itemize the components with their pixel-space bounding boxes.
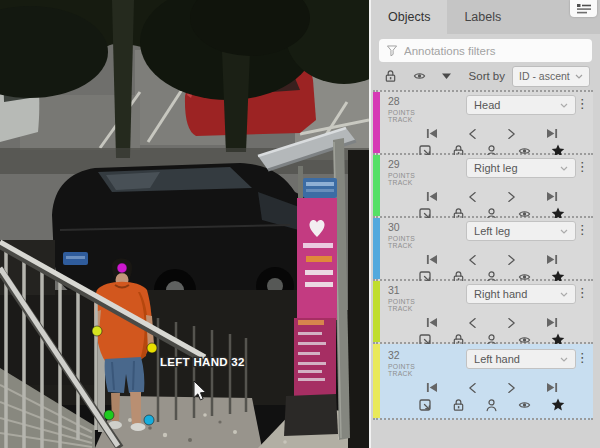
- first-keyframe-button[interactable]: [425, 254, 438, 265]
- chevron-down-icon: [560, 357, 568, 362]
- caret-down-icon: [442, 73, 451, 79]
- previous-keyframe-button[interactable]: [468, 128, 477, 140]
- annotations-filter-input[interactable]: [379, 39, 592, 62]
- object-label-value: Right hand: [474, 288, 527, 300]
- previous-keyframe-button[interactable]: [468, 382, 477, 394]
- annotations-filter-row: [371, 34, 600, 64]
- object-actions-menu[interactable]: ⋮: [576, 349, 589, 364]
- object-id: 28: [388, 96, 438, 108]
- object-actions-menu[interactable]: ⋮: [576, 158, 589, 173]
- tab-labels[interactable]: Labels: [447, 0, 518, 34]
- last-keyframe-button[interactable]: [546, 191, 559, 202]
- object-id: 32: [388, 350, 438, 362]
- object-card-32[interactable]: 32 POINTS TRACK Left hand ⋮: [373, 344, 593, 420]
- next-keyframe-button[interactable]: [507, 254, 516, 266]
- object-id: 29: [388, 159, 438, 171]
- filter-text-field[interactable]: [404, 45, 584, 57]
- collapse-sidebar-button[interactable]: [570, 0, 597, 17]
- object-id-block: 32 POINTS TRACK: [388, 349, 438, 377]
- first-keyframe-button[interactable]: [425, 128, 438, 139]
- object-label-value: Right leg: [474, 162, 517, 174]
- object-card-31[interactable]: 31 POINTS TRACK Right hand ⋮: [373, 281, 593, 344]
- last-keyframe-button[interactable]: [546, 317, 559, 328]
- lock-object-button[interactable]: [452, 398, 465, 412]
- point-right-leg[interactable]: [104, 410, 114, 420]
- track-color-stripe: [373, 344, 380, 418]
- track-color-stripe: [373, 218, 380, 279]
- track-color-stripe: [373, 155, 380, 216]
- previous-keyframe-button[interactable]: [468, 317, 477, 329]
- next-keyframe-button[interactable]: [507, 128, 516, 140]
- object-id-block: 31 POINTS TRACK: [388, 284, 438, 312]
- object-id-block: 30 POINTS TRACK: [388, 221, 438, 249]
- last-keyframe-button[interactable]: [546, 254, 559, 265]
- object-label-value: Left leg: [474, 225, 510, 237]
- object-actions-menu[interactable]: ⋮: [576, 284, 589, 299]
- occluded-toggle-button[interactable]: [485, 398, 498, 412]
- last-keyframe-button[interactable]: [546, 128, 559, 139]
- panel-tabbar: ObjectsLabels: [371, 0, 600, 34]
- point-head[interactable]: [117, 263, 127, 273]
- objects-panel: ObjectsLabels: [371, 0, 600, 448]
- previous-keyframe-button[interactable]: [468, 191, 477, 203]
- object-label-select[interactable]: Left hand: [466, 349, 575, 369]
- object-cards-list: 28 POINTS TRACK Head ⋮: [371, 90, 600, 420]
- sort-by-label: Sort by: [469, 70, 505, 82]
- object-label-select[interactable]: Right hand: [466, 284, 575, 304]
- previous-keyframe-button[interactable]: [468, 254, 477, 266]
- object-id: 31: [388, 285, 438, 297]
- object-card-30[interactable]: 30 POINTS TRACK Left leg ⋮: [373, 218, 593, 281]
- tab-objects[interactable]: Objects: [371, 0, 447, 34]
- track-type-label: POINTS TRACK: [388, 363, 438, 377]
- track-type-label: POINTS TRACK: [388, 172, 438, 186]
- object-id-block: 29 POINTS TRACK: [388, 158, 438, 186]
- sort-order-value: ID - ascent: [519, 70, 570, 82]
- object-label-select[interactable]: Head: [466, 95, 575, 115]
- track-color-stripe: [373, 281, 380, 342]
- track-type-label: POINTS TRACK: [388, 298, 438, 312]
- object-actions-menu[interactable]: ⋮: [576, 221, 589, 236]
- objects-controls-row: Sort by ID - ascent: [371, 64, 600, 90]
- hide-all-button[interactable]: [412, 70, 427, 82]
- point-right-hand[interactable]: [92, 326, 102, 336]
- object-actions-menu[interactable]: ⋮: [576, 95, 589, 110]
- next-keyframe-button[interactable]: [507, 317, 516, 329]
- scene-graphic: LEFT HAND 32: [0, 0, 369, 448]
- last-keyframe-button[interactable]: [546, 382, 559, 393]
- object-label-select[interactable]: Left leg: [466, 221, 575, 241]
- point-left-leg[interactable]: [144, 415, 154, 425]
- chevron-down-icon: [560, 166, 568, 171]
- chevron-down-icon: [560, 292, 568, 297]
- next-keyframe-button[interactable]: [507, 382, 516, 394]
- switch-outside-button[interactable]: [418, 398, 433, 412]
- object-card-28[interactable]: 28 POINTS TRACK Head ⋮: [373, 90, 593, 155]
- next-keyframe-button[interactable]: [507, 191, 516, 203]
- cvat-annotation-app: LEFT HAND 32 ObjectsLabels: [0, 0, 600, 448]
- first-keyframe-button[interactable]: [425, 382, 438, 393]
- filter-funnel-icon: [387, 45, 397, 57]
- expand-all-button[interactable]: [442, 73, 451, 79]
- list-icon: [577, 4, 591, 14]
- lock-all-button[interactable]: [384, 69, 397, 83]
- walkway: [95, 396, 262, 448]
- object-label-select[interactable]: Right leg: [466, 158, 575, 178]
- selected-point-label: LEFT HAND 32: [160, 356, 245, 368]
- track-color-stripe: [373, 92, 380, 153]
- hide-object-button[interactable]: [517, 399, 532, 411]
- sort-order-select[interactable]: ID - ascent: [512, 66, 590, 87]
- chevron-down-icon: [575, 74, 583, 79]
- object-id-block: 28 POINTS TRACK: [388, 95, 438, 123]
- object-label-value: Left hand: [474, 353, 520, 365]
- video-frame-canvas[interactable]: LEFT HAND 32: [0, 0, 369, 448]
- chevron-down-icon: [560, 229, 568, 234]
- track-type-label: POINTS TRACK: [388, 109, 438, 123]
- keyframe-star-button[interactable]: [551, 398, 565, 411]
- point-left-hand[interactable]: [147, 343, 157, 353]
- track-type-label: POINTS TRACK: [388, 235, 438, 249]
- object-label-value: Head: [474, 99, 500, 111]
- first-keyframe-button[interactable]: [425, 191, 438, 202]
- chevron-down-icon: [560, 103, 568, 108]
- object-card-29[interactable]: 29 POINTS TRACK Right leg ⋮: [373, 155, 593, 218]
- first-keyframe-button[interactable]: [425, 317, 438, 328]
- object-id: 30: [388, 222, 438, 234]
